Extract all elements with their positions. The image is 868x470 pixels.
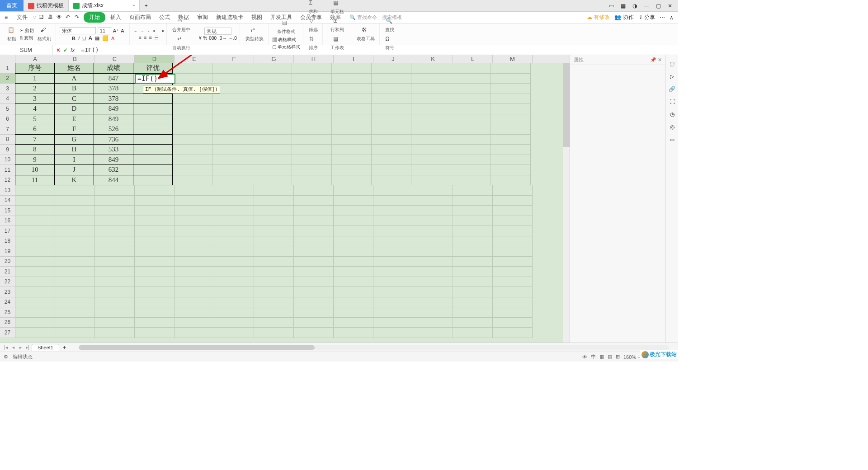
cell-H15[interactable]	[294, 206, 334, 216]
home-tab[interactable]: 首页	[0, 0, 24, 11]
cell-B14[interactable]	[55, 196, 95, 206]
cell-L18[interactable]	[453, 236, 493, 247]
cell-L11[interactable]	[451, 165, 491, 175]
row-header-19[interactable]: 19	[0, 246, 15, 257]
cell-K9[interactable]	[411, 145, 451, 155]
cell-I27[interactable]	[334, 328, 373, 338]
cell-J16[interactable]	[373, 216, 413, 226]
cell-F1[interactable]	[212, 63, 252, 74]
cell-H11[interactable]	[292, 165, 332, 175]
cell-K14[interactable]	[413, 196, 453, 206]
cell-H1[interactable]	[292, 63, 332, 74]
cell-E11[interactable]	[173, 165, 212, 175]
cell-G17[interactable]	[254, 226, 294, 236]
grid-icon[interactable]: ▦	[619, 2, 627, 9]
cell-K1[interactable]	[411, 63, 451, 74]
cell-L7[interactable]	[451, 124, 491, 135]
cell-H18[interactable]	[294, 236, 334, 247]
col-header-J[interactable]: J	[373, 55, 413, 63]
cell-G11[interactable]	[252, 165, 292, 175]
newtab-menu[interactable]: 新建选项卡	[213, 13, 246, 22]
cell-J2[interactable]	[372, 74, 411, 84]
align-mid-icon[interactable]: ≡	[141, 28, 143, 33]
more-icon[interactable]: ⋯	[660, 14, 665, 21]
name-box[interactable]: SUM	[0, 45, 52, 55]
cell-M10[interactable]	[491, 155, 531, 165]
cell-M27[interactable]	[493, 328, 533, 338]
cell-F27[interactable]	[214, 328, 254, 338]
input-method-icon[interactable]: 中	[591, 353, 596, 360]
cell-M9[interactable]	[491, 145, 531, 155]
cell-L1[interactable]	[451, 63, 491, 74]
cell-C2[interactable]: 847	[94, 73, 133, 84]
cell-L26[interactable]	[453, 318, 493, 328]
vertical-scrollbar[interactable]	[563, 63, 570, 343]
cell-G19[interactable]	[254, 246, 294, 257]
row-header-15[interactable]: 15	[0, 206, 15, 216]
clock-icon[interactable]: ◷	[670, 111, 675, 118]
cell-D17[interactable]	[135, 226, 175, 236]
type-convert-button[interactable]: ⇄类型转换	[244, 26, 265, 43]
cell-B20[interactable]	[55, 257, 95, 267]
cell-G23[interactable]	[254, 287, 294, 297]
cell-A5[interactable]: 4	[15, 103, 55, 114]
cell-E5[interactable]	[173, 104, 212, 114]
cell-A4[interactable]: 3	[15, 94, 55, 104]
cell-A17[interactable]	[15, 226, 55, 236]
cell-E20[interactable]	[175, 257, 214, 267]
cell-F8[interactable]	[212, 135, 252, 145]
cell-B16[interactable]	[55, 216, 95, 226]
cell-D15[interactable]	[135, 206, 175, 216]
cell-E21[interactable]	[175, 267, 214, 277]
cell-D8[interactable]	[133, 134, 173, 145]
cell-C27[interactable]	[95, 328, 135, 338]
pin-icon[interactable]: 📌	[650, 57, 656, 62]
cell-I17[interactable]	[334, 226, 373, 236]
cell-I11[interactable]	[332, 165, 372, 175]
cell-J7[interactable]	[372, 124, 411, 135]
cell-E17[interactable]	[175, 226, 214, 236]
cell-L21[interactable]	[453, 267, 493, 277]
cell-F5[interactable]	[212, 104, 252, 114]
cell-B13[interactable]	[55, 185, 95, 196]
copy-button[interactable]: ⎘ 复制	[20, 35, 34, 41]
col-header-M[interactable]: M	[493, 55, 533, 63]
cell-K11[interactable]	[411, 165, 451, 175]
cell-J23[interactable]	[373, 287, 413, 297]
cell-J25[interactable]	[373, 307, 413, 318]
cell-M8[interactable]	[491, 135, 531, 145]
paste-button[interactable]: 📋 粘贴	[5, 26, 18, 43]
row-header-13[interactable]: 13	[0, 185, 15, 196]
cell-H22[interactable]	[294, 277, 334, 287]
cell-C22[interactable]	[95, 277, 135, 287]
cell-H8[interactable]	[292, 135, 332, 145]
cell-F24[interactable]	[214, 297, 254, 308]
cell-L4[interactable]	[451, 94, 491, 104]
cell-B23[interactable]	[55, 287, 95, 297]
cell-H6[interactable]	[292, 114, 332, 125]
row-header-18[interactable]: 18	[0, 236, 15, 247]
cell-L25[interactable]	[453, 307, 493, 318]
cell-C11[interactable]: 632	[94, 164, 133, 175]
cell-K18[interactable]	[413, 236, 453, 247]
cell-H4[interactable]	[292, 94, 332, 104]
cell-E12[interactable]	[173, 175, 212, 186]
cell-E26[interactable]	[175, 318, 214, 328]
cell-F2[interactable]	[212, 74, 252, 84]
row-header-16[interactable]: 16	[0, 216, 15, 226]
file-tab[interactable]: 成绩.xlsx •	[69, 0, 140, 11]
cell-A7[interactable]: 6	[15, 124, 55, 135]
cell-G16[interactable]	[254, 216, 294, 226]
cell-D9[interactable]	[133, 144, 173, 155]
row-header-26[interactable]: 26	[0, 318, 15, 328]
cell-D1[interactable]: 评优	[133, 63, 173, 74]
cell-B10[interactable]: I	[54, 155, 94, 165]
expand-icon[interactable]: ⛶	[670, 99, 675, 105]
cell-H21[interactable]	[294, 267, 334, 277]
eye-icon[interactable]: 👁	[582, 354, 587, 360]
cell-I25[interactable]	[334, 307, 373, 318]
row-header-20[interactable]: 20	[0, 257, 15, 267]
cell-M12[interactable]	[491, 175, 531, 186]
cell-B2[interactable]: A	[54, 73, 94, 84]
cell-J3[interactable]	[372, 84, 411, 94]
